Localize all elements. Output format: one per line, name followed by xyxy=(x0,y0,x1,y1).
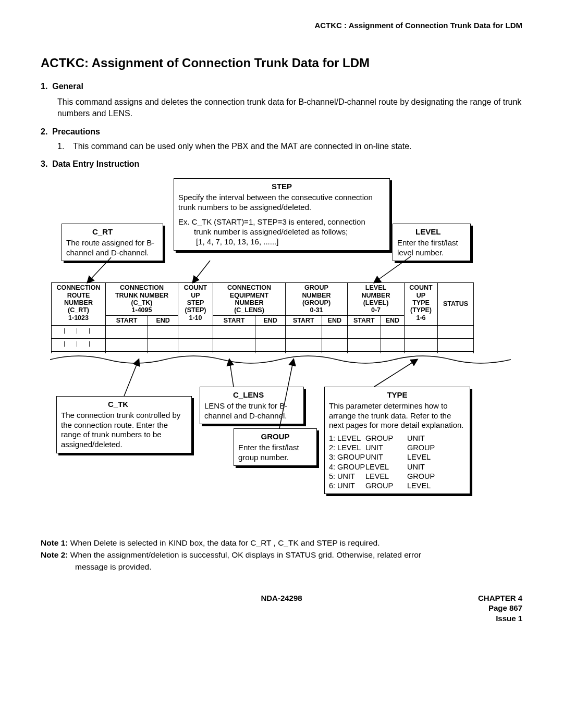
page-footer: NDA-24298 CHAPTER 4 Page 867 Issue 1 xyxy=(41,594,522,624)
note2-text-a: When the assignment/deletion is successf… xyxy=(70,550,421,559)
note1-text: When Delete is selected in KIND box, the… xyxy=(70,538,380,547)
callout-ctk-title: C_TK xyxy=(61,400,187,410)
callout-type-title: TYPE xyxy=(329,390,466,400)
callout-clens-title: C_LENS xyxy=(204,390,299,400)
callout-crt: C_RT The route assigned for B-channel an… xyxy=(62,224,163,261)
callout-group: GROUP Enter the first/last group number. xyxy=(234,428,317,466)
callout-group-title: GROUP xyxy=(238,432,312,442)
sec1-title: General xyxy=(52,82,83,91)
callout-group-body: Enter the first/last group number. xyxy=(238,443,312,463)
sec3-num: 3. xyxy=(41,159,47,168)
callout-step-title: STEP xyxy=(178,182,385,192)
callout-level-body: Enter the first/last level number. xyxy=(397,238,466,258)
callout-step-l4: [1, 4, 7, 10, 13, 16, ......] xyxy=(178,237,385,247)
svg-line-1 xyxy=(193,261,210,282)
footer-issue: Issue 1 xyxy=(41,613,522,624)
note2-label: Note 2: xyxy=(41,550,68,559)
notes: Note 1: When Delete is selected in KIND … xyxy=(41,538,522,573)
note2-text-b: message is provided. xyxy=(75,562,522,573)
section-3-head: 3. Data Entry Instruction xyxy=(41,159,522,169)
sec2-num: 2. xyxy=(41,127,47,136)
sec2-item-num: 1. xyxy=(57,142,73,151)
section-2-head: 2. Precautions xyxy=(41,127,522,137)
diagram: STEP Specify the interval between the co… xyxy=(51,178,510,533)
callout-crt-title: C_RT xyxy=(66,227,158,237)
sec2-title: Precautions xyxy=(52,127,100,136)
sec1-body: This command assigns and deletes the con… xyxy=(57,96,522,119)
callout-type: TYPE This parameter determines how to ar… xyxy=(324,387,470,494)
callout-ctk-body: The connection trunk controlled by the c… xyxy=(61,411,187,450)
callout-step-l3: trunk number is assigned/deleted as foll… xyxy=(178,227,385,237)
callout-step: STEP Specify the interval between the co… xyxy=(174,178,390,251)
callout-step-l2: Ex. C_TK (START)=1, STEP=3 is entered, c… xyxy=(178,217,385,227)
callout-crt-body: The route assigned for B-channel and D-c… xyxy=(66,238,158,258)
sec1-num: 1. xyxy=(41,82,47,91)
sec2-item-text: This command can be used only when the P… xyxy=(73,142,412,151)
page-title: ACTKC: Assignment of Connection Trunk Da… xyxy=(41,56,522,70)
callout-type-body: This parameter determines how to arrange… xyxy=(329,401,466,430)
callout-step-l1: Specify the interval between the consecu… xyxy=(178,193,385,213)
callout-clens: C_LENS LENS of the trunk for B-channel a… xyxy=(200,387,304,424)
sec3-title: Data Entry Instruction xyxy=(52,159,139,168)
torn-edge xyxy=(50,353,511,366)
section-1-head: 1. General xyxy=(41,82,522,91)
sec2-list: 1.This command can be used only when the… xyxy=(57,142,522,151)
callout-clens-body: LENS of the trunk for B-channel and D-ch… xyxy=(204,401,299,421)
callout-type-grid: 1: LEVELGROUPUNIT 2: LEVELUNITGROUP 3: G… xyxy=(329,434,466,490)
callout-ctk: C_TK The connection trunk controlled by … xyxy=(56,396,192,453)
parameter-table: CONNECTIONROUTENUMBER(C_RT)1-1023 CONNEC… xyxy=(51,282,474,365)
running-header: ACTKC : Assignment of Connection Trunk D… xyxy=(41,21,522,30)
callout-level: LEVEL Enter the first/last level number. xyxy=(393,224,471,261)
callout-level-title: LEVEL xyxy=(397,227,466,237)
note1-label: Note 1: xyxy=(41,538,68,547)
footer-page: Page 867 xyxy=(41,603,522,613)
